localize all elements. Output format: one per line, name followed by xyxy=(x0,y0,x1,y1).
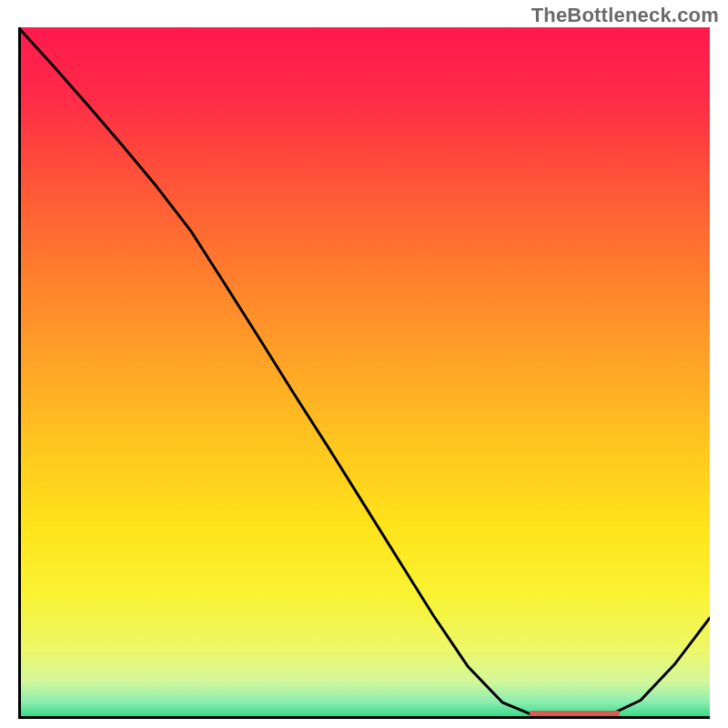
chart-container xyxy=(18,27,710,719)
optimal-range-marker xyxy=(530,711,620,716)
chart-background xyxy=(18,27,710,719)
y-axis xyxy=(18,27,21,719)
watermark-text: TheBottleneck.com xyxy=(531,4,719,27)
x-axis xyxy=(18,716,710,719)
chart-svg xyxy=(18,27,710,719)
